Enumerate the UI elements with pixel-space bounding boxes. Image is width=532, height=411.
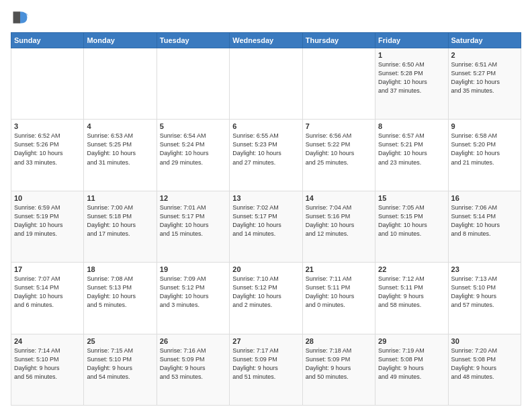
day-header-thursday: Thursday bbox=[302, 33, 375, 48]
cell-content: Sunrise: 7:05 AM Sunset: 5:15 PM Dayligh… bbox=[378, 203, 445, 238]
cell-content: Sunrise: 7:14 AM Sunset: 5:10 PM Dayligh… bbox=[14, 347, 81, 381]
calendar-cell: 30Sunrise: 7:20 AM Sunset: 5:08 PM Dayli… bbox=[448, 334, 521, 405]
calendar-cell: 18Sunrise: 7:08 AM Sunset: 5:13 PM Dayli… bbox=[84, 263, 157, 334]
day-number: 8 bbox=[378, 122, 445, 130]
calendar-cell: 29Sunrise: 7:19 AM Sunset: 5:08 PM Dayli… bbox=[375, 334, 448, 405]
week-row: 17Sunrise: 7:07 AM Sunset: 5:14 PM Dayli… bbox=[11, 263, 521, 334]
calendar-cell: 19Sunrise: 7:09 AM Sunset: 5:12 PM Dayli… bbox=[157, 263, 229, 334]
cell-content: Sunrise: 7:18 AM Sunset: 5:09 PM Dayligh… bbox=[306, 347, 372, 381]
calendar-cell: 1Sunrise: 6:50 AM Sunset: 5:28 PM Daylig… bbox=[375, 48, 448, 120]
day-number: 6 bbox=[232, 122, 299, 130]
day-number: 9 bbox=[451, 122, 518, 130]
calendar-cell: 5Sunrise: 6:54 AM Sunset: 5:24 PM Daylig… bbox=[157, 120, 229, 191]
day-number: 30 bbox=[451, 337, 518, 345]
day-number: 17 bbox=[14, 265, 81, 273]
calendar-cell: 27Sunrise: 7:17 AM Sunset: 5:09 PM Dayli… bbox=[230, 334, 302, 405]
cell-content: Sunrise: 6:51 AM Sunset: 5:27 PM Dayligh… bbox=[451, 60, 518, 95]
day-number: 2 bbox=[451, 51, 518, 59]
calendar-cell: 24Sunrise: 7:14 AM Sunset: 5:10 PM Dayli… bbox=[11, 334, 84, 405]
day-number: 10 bbox=[14, 194, 81, 202]
calendar-cell: 8Sunrise: 6:57 AM Sunset: 5:21 PM Daylig… bbox=[375, 120, 448, 191]
cell-content: Sunrise: 7:13 AM Sunset: 5:10 PM Dayligh… bbox=[451, 275, 518, 310]
cell-content: Sunrise: 7:08 AM Sunset: 5:13 PM Dayligh… bbox=[87, 275, 153, 310]
calendar-cell bbox=[11, 48, 84, 120]
day-number: 20 bbox=[232, 265, 299, 273]
day-number: 13 bbox=[232, 194, 299, 202]
cell-content: Sunrise: 7:01 AM Sunset: 5:17 PM Dayligh… bbox=[160, 203, 226, 238]
day-number: 28 bbox=[306, 337, 372, 345]
cell-content: Sunrise: 7:12 AM Sunset: 5:11 PM Dayligh… bbox=[378, 275, 445, 310]
cell-content: Sunrise: 6:52 AM Sunset: 5:26 PM Dayligh… bbox=[14, 132, 81, 167]
cell-content: Sunrise: 7:16 AM Sunset: 5:09 PM Dayligh… bbox=[160, 347, 226, 381]
calendar-cell: 2Sunrise: 6:51 AM Sunset: 5:27 PM Daylig… bbox=[448, 48, 521, 120]
calendar-cell: 22Sunrise: 7:12 AM Sunset: 5:11 PM Dayli… bbox=[375, 263, 448, 334]
cell-content: Sunrise: 7:02 AM Sunset: 5:17 PM Dayligh… bbox=[232, 203, 299, 238]
calendar-cell bbox=[302, 48, 375, 120]
calendar-cell: 26Sunrise: 7:16 AM Sunset: 5:09 PM Dayli… bbox=[157, 334, 229, 405]
calendar-cell bbox=[230, 48, 302, 120]
cell-content: Sunrise: 7:06 AM Sunset: 5:14 PM Dayligh… bbox=[451, 203, 518, 238]
day-number: 3 bbox=[14, 122, 81, 130]
day-number: 23 bbox=[451, 265, 518, 273]
cell-content: Sunrise: 7:15 AM Sunset: 5:10 PM Dayligh… bbox=[87, 347, 153, 381]
calendar-cell: 20Sunrise: 7:10 AM Sunset: 5:12 PM Dayli… bbox=[230, 263, 302, 334]
week-row: 3Sunrise: 6:52 AM Sunset: 5:26 PM Daylig… bbox=[11, 120, 521, 191]
day-number: 19 bbox=[160, 265, 226, 273]
cell-content: Sunrise: 7:19 AM Sunset: 5:08 PM Dayligh… bbox=[378, 347, 445, 381]
calendar: SundayMondayTuesdayWednesdayThursdayFrid… bbox=[11, 32, 521, 406]
calendar-cell: 25Sunrise: 7:15 AM Sunset: 5:10 PM Dayli… bbox=[84, 334, 157, 405]
calendar-cell: 14Sunrise: 7:04 AM Sunset: 5:16 PM Dayli… bbox=[302, 191, 375, 262]
cell-content: Sunrise: 6:58 AM Sunset: 5:20 PM Dayligh… bbox=[451, 132, 518, 167]
calendar-cell: 16Sunrise: 7:06 AM Sunset: 5:14 PM Dayli… bbox=[448, 191, 521, 262]
header bbox=[11, 8, 521, 27]
day-number: 4 bbox=[87, 122, 153, 130]
week-row: 24Sunrise: 7:14 AM Sunset: 5:10 PM Dayli… bbox=[11, 334, 521, 405]
week-row: 10Sunrise: 6:59 AM Sunset: 5:19 PM Dayli… bbox=[11, 191, 521, 262]
cell-content: Sunrise: 6:55 AM Sunset: 5:23 PM Dayligh… bbox=[232, 132, 299, 167]
day-header-saturday: Saturday bbox=[448, 33, 521, 48]
day-number: 29 bbox=[378, 337, 445, 345]
calendar-cell: 21Sunrise: 7:11 AM Sunset: 5:11 PM Dayli… bbox=[302, 263, 375, 334]
day-header-friday: Friday bbox=[375, 33, 448, 48]
page: SundayMondayTuesdayWednesdayThursdayFrid… bbox=[0, 0, 532, 411]
day-number: 5 bbox=[160, 122, 226, 130]
cell-content: Sunrise: 6:54 AM Sunset: 5:24 PM Dayligh… bbox=[160, 132, 226, 167]
calendar-cell: 11Sunrise: 7:00 AM Sunset: 5:18 PM Dayli… bbox=[84, 191, 157, 262]
calendar-cell: 13Sunrise: 7:02 AM Sunset: 5:17 PM Dayli… bbox=[230, 191, 302, 262]
calendar-cell: 3Sunrise: 6:52 AM Sunset: 5:26 PM Daylig… bbox=[11, 120, 84, 191]
day-header-tuesday: Tuesday bbox=[157, 33, 229, 48]
day-number: 1 bbox=[378, 51, 445, 59]
calendar-cell bbox=[84, 48, 157, 120]
calendar-cell: 10Sunrise: 6:59 AM Sunset: 5:19 PM Dayli… bbox=[11, 191, 84, 262]
day-number: 18 bbox=[87, 265, 153, 273]
day-number: 11 bbox=[87, 194, 153, 202]
cell-content: Sunrise: 7:04 AM Sunset: 5:16 PM Dayligh… bbox=[306, 203, 372, 238]
calendar-cell: 12Sunrise: 7:01 AM Sunset: 5:17 PM Dayli… bbox=[157, 191, 229, 262]
day-number: 16 bbox=[451, 194, 518, 202]
cell-content: Sunrise: 6:50 AM Sunset: 5:28 PM Dayligh… bbox=[378, 60, 445, 95]
day-number: 24 bbox=[14, 337, 81, 345]
day-number: 26 bbox=[160, 337, 226, 345]
cell-content: Sunrise: 6:56 AM Sunset: 5:22 PM Dayligh… bbox=[306, 132, 372, 167]
cell-content: Sunrise: 7:17 AM Sunset: 5:09 PM Dayligh… bbox=[232, 347, 299, 381]
calendar-cell: 28Sunrise: 7:18 AM Sunset: 5:09 PM Dayli… bbox=[302, 334, 375, 405]
day-header-sunday: Sunday bbox=[11, 33, 84, 48]
logo-icon bbox=[11, 8, 30, 27]
cell-content: Sunrise: 7:00 AM Sunset: 5:18 PM Dayligh… bbox=[87, 203, 153, 238]
cell-content: Sunrise: 7:09 AM Sunset: 5:12 PM Dayligh… bbox=[160, 275, 226, 310]
calendar-cell: 4Sunrise: 6:53 AM Sunset: 5:25 PM Daylig… bbox=[84, 120, 157, 191]
cell-content: Sunrise: 6:53 AM Sunset: 5:25 PM Dayligh… bbox=[87, 132, 153, 167]
cell-content: Sunrise: 7:11 AM Sunset: 5:11 PM Dayligh… bbox=[306, 275, 372, 310]
calendar-cell: 23Sunrise: 7:13 AM Sunset: 5:10 PM Dayli… bbox=[448, 263, 521, 334]
cell-content: Sunrise: 7:10 AM Sunset: 5:12 PM Dayligh… bbox=[232, 275, 299, 310]
week-row: 1Sunrise: 6:50 AM Sunset: 5:28 PM Daylig… bbox=[11, 48, 521, 120]
day-number: 14 bbox=[306, 194, 372, 202]
calendar-table: SundayMondayTuesdayWednesdayThursdayFrid… bbox=[11, 32, 521, 406]
day-number: 21 bbox=[306, 265, 372, 273]
logo bbox=[11, 8, 32, 27]
calendar-cell: 15Sunrise: 7:05 AM Sunset: 5:15 PM Dayli… bbox=[375, 191, 448, 262]
day-number: 22 bbox=[378, 265, 445, 273]
day-number: 25 bbox=[87, 337, 153, 345]
header-row: SundayMondayTuesdayWednesdayThursdayFrid… bbox=[11, 33, 521, 48]
calendar-cell: 17Sunrise: 7:07 AM Sunset: 5:14 PM Dayli… bbox=[11, 263, 84, 334]
